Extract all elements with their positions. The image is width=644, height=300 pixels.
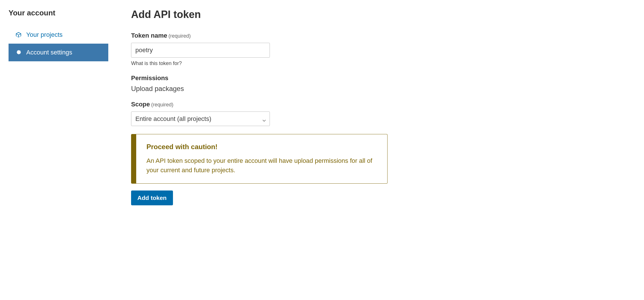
scope-label-text: Scope bbox=[131, 101, 150, 108]
required-tag: (required) bbox=[151, 102, 173, 108]
sidebar-item-label: Your projects bbox=[26, 31, 63, 38]
caution-callout: Proceed with caution! An API token scope… bbox=[131, 134, 388, 184]
main-content: Add API token Token name (required) What… bbox=[131, 9, 388, 205]
permissions-group: Permissions Upload packages bbox=[131, 74, 388, 93]
gear-icon bbox=[15, 49, 22, 56]
scope-label: Scope (required) bbox=[131, 102, 174, 107]
token-name-input[interactable] bbox=[131, 43, 270, 58]
token-name-group: Token name (required) What is this token… bbox=[131, 32, 388, 66]
sidebar-item-label: Account settings bbox=[26, 49, 72, 56]
sidebar-item-your-projects[interactable]: Your projects bbox=[9, 26, 108, 44]
token-name-label: Token name (required) bbox=[131, 34, 191, 38]
sidebar-nav: Your projects Account settings bbox=[9, 26, 108, 61]
page-title: Add API token bbox=[131, 9, 388, 21]
required-tag: (required) bbox=[168, 33, 191, 39]
token-name-help: What is this token for? bbox=[131, 60, 388, 66]
cube-icon bbox=[15, 32, 22, 38]
sidebar-title: Your account bbox=[9, 9, 108, 17]
sidebar-item-account-settings[interactable]: Account settings bbox=[9, 44, 108, 61]
sidebar: Your account Your projects Account sett bbox=[9, 9, 108, 205]
permissions-label: Permissions bbox=[131, 74, 168, 82]
scope-select[interactable]: Entire account (all projects) bbox=[131, 112, 270, 126]
token-name-label-text: Token name bbox=[131, 32, 167, 39]
scope-group: Scope (required) Entire account (all pro… bbox=[131, 101, 388, 126]
callout-title: Proceed with caution! bbox=[146, 143, 377, 151]
permissions-value: Upload packages bbox=[131, 85, 388, 93]
add-token-button[interactable]: Add token bbox=[131, 190, 173, 205]
callout-body: An API token scoped to your entire accou… bbox=[146, 156, 377, 175]
